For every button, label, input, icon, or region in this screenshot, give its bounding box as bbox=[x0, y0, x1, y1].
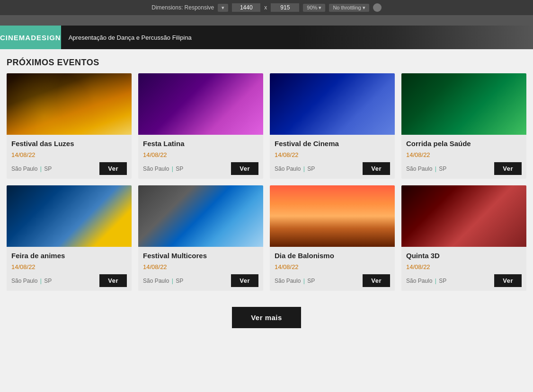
event-title: Festa Latina bbox=[143, 139, 258, 148]
ver-button[interactable]: Ver bbox=[363, 162, 390, 175]
event-card-body: Festival das Luzes 14/08/22 São Paulo | … bbox=[7, 135, 132, 179]
hero-image bbox=[297, 26, 533, 49]
event-location: São Paulo | SP bbox=[143, 278, 183, 284]
event-footer: São Paulo | SP Ver bbox=[275, 162, 390, 175]
event-card: Dia de Balonismo 14/08/22 São Paulo | SP… bbox=[270, 185, 395, 291]
event-date: 14/08/22 bbox=[143, 263, 258, 270]
event-location: São Paulo | SP bbox=[275, 166, 315, 172]
event-image bbox=[270, 185, 395, 247]
event-footer: São Paulo | SP Ver bbox=[11, 162, 127, 175]
dimensions-label: Dimensions: Responsive bbox=[151, 4, 214, 11]
ver-button[interactable]: Ver bbox=[494, 274, 522, 287]
event-card-body: Corrida pela Saúde 14/08/22 São Paulo | … bbox=[401, 135, 526, 179]
event-footer: São Paulo | SP Ver bbox=[406, 162, 522, 175]
event-card-body: Feira de animes 14/08/22 São Paulo | SP … bbox=[7, 247, 132, 291]
ver-button[interactable]: Ver bbox=[99, 162, 127, 175]
section-title: PRÓXIMOS EVENTOS bbox=[0, 49, 533, 73]
tab-cinema-label: CINEMA bbox=[0, 34, 31, 42]
event-date: 14/08/22 bbox=[406, 151, 522, 158]
ver-button[interactable]: Ver bbox=[231, 274, 258, 287]
event-image bbox=[270, 73, 395, 135]
event-title: Dia de Balonismo bbox=[275, 252, 390, 260]
event-title: Festival de Cinema bbox=[275, 139, 390, 148]
ruler-bar bbox=[0, 15, 533, 26]
event-date: 14/08/22 bbox=[11, 263, 127, 270]
ver-button[interactable]: Ver bbox=[363, 274, 390, 287]
event-card-body: Festival de Cinema 14/08/22 São Paulo | … bbox=[270, 135, 395, 179]
event-card: Corrida pela Saúde 14/08/22 São Paulo | … bbox=[401, 73, 526, 179]
event-image bbox=[138, 73, 263, 135]
tab-design-label: DESIGN bbox=[31, 34, 61, 42]
event-location: São Paulo | SP bbox=[11, 278, 52, 284]
event-card: Quinta 3D 14/08/22 São Paulo | SP Ver bbox=[401, 185, 526, 291]
event-date: 14/08/22 bbox=[275, 151, 390, 158]
event-title: Quinta 3D bbox=[406, 252, 522, 260]
ver-button[interactable]: Ver bbox=[99, 274, 127, 287]
height-input[interactable]: 915 bbox=[271, 3, 299, 12]
event-location: São Paulo | SP bbox=[406, 278, 446, 284]
event-card-body: Quinta 3D 14/08/22 São Paulo | SP Ver bbox=[401, 247, 526, 291]
settings-icon bbox=[373, 3, 382, 12]
events-grid: Festival das Luzes 14/08/22 São Paulo | … bbox=[0, 73, 533, 297]
event-title: Festival Multicores bbox=[143, 252, 258, 260]
ver-mais-button[interactable]: Ver mais bbox=[232, 307, 301, 328]
event-location: São Paulo | SP bbox=[275, 278, 315, 284]
event-card-body: Dia de Balonismo 14/08/22 São Paulo | SP… bbox=[270, 247, 395, 291]
event-footer: São Paulo | SP Ver bbox=[143, 162, 258, 175]
event-card-body: Festival Multicores 14/08/22 São Paulo |… bbox=[138, 247, 263, 291]
event-footer: São Paulo | SP Ver bbox=[143, 274, 258, 287]
event-image bbox=[7, 185, 132, 247]
width-input[interactable]: 1440 bbox=[232, 3, 260, 12]
throttle-dropdown[interactable]: No throttling ▾ bbox=[329, 4, 369, 12]
ver-mais-section: Ver mais bbox=[0, 297, 533, 342]
dimensions-dropdown[interactable]: ▾ bbox=[218, 4, 228, 12]
event-card: Feira de animes 14/08/22 São Paulo | SP … bbox=[7, 185, 132, 291]
event-location: São Paulo | SP bbox=[406, 166, 446, 172]
event-card: Festival das Luzes 14/08/22 São Paulo | … bbox=[7, 73, 132, 179]
event-title: Feira de animes bbox=[11, 252, 127, 260]
page-wrapper: CINEMA DESIGN Apresentação de Dança e Pe… bbox=[0, 26, 533, 342]
event-location: São Paulo | SP bbox=[143, 166, 183, 172]
event-image bbox=[401, 185, 526, 247]
event-card: Festival de Cinema 14/08/22 São Paulo | … bbox=[270, 73, 395, 179]
event-date: 14/08/22 bbox=[406, 263, 522, 270]
event-title: Corrida pela Saúde bbox=[406, 139, 522, 148]
tab-cinema[interactable]: CINEMA bbox=[0, 26, 31, 49]
event-date: 14/08/22 bbox=[11, 151, 127, 158]
x-separator: x bbox=[264, 4, 267, 11]
event-image bbox=[7, 73, 132, 135]
top-section: CINEMA DESIGN Apresentação de Dança e Pe… bbox=[0, 26, 533, 49]
zoom-dropdown[interactable]: 90% ▾ bbox=[303, 4, 325, 12]
hero-text: Apresentação de Dança e Percussão Filipi… bbox=[69, 34, 192, 41]
ver-button[interactable]: Ver bbox=[494, 162, 522, 175]
nav-tabs: CINEMA DESIGN bbox=[0, 26, 61, 49]
event-location: São Paulo | SP bbox=[11, 166, 52, 172]
event-footer: São Paulo | SP Ver bbox=[11, 274, 127, 287]
tab-design[interactable]: DESIGN bbox=[31, 26, 61, 49]
event-date: 14/08/22 bbox=[143, 151, 258, 158]
event-title: Festival das Luzes bbox=[11, 139, 127, 148]
hero-banner: Apresentação de Dança e Percussão Filipi… bbox=[61, 26, 533, 49]
event-date: 14/08/22 bbox=[275, 263, 390, 270]
event-card: Festa Latina 14/08/22 São Paulo | SP Ver bbox=[138, 73, 263, 179]
event-footer: São Paulo | SP Ver bbox=[275, 274, 390, 287]
event-image bbox=[401, 73, 526, 135]
event-footer: São Paulo | SP Ver bbox=[406, 274, 522, 287]
ver-button[interactable]: Ver bbox=[231, 162, 258, 175]
event-card: Festival Multicores 14/08/22 São Paulo |… bbox=[138, 185, 263, 291]
browser-toolbar: Dimensions: Responsive ▾ 1440 x 915 90% … bbox=[0, 0, 533, 15]
event-card-body: Festa Latina 14/08/22 São Paulo | SP Ver bbox=[138, 135, 263, 179]
event-image bbox=[138, 185, 263, 247]
